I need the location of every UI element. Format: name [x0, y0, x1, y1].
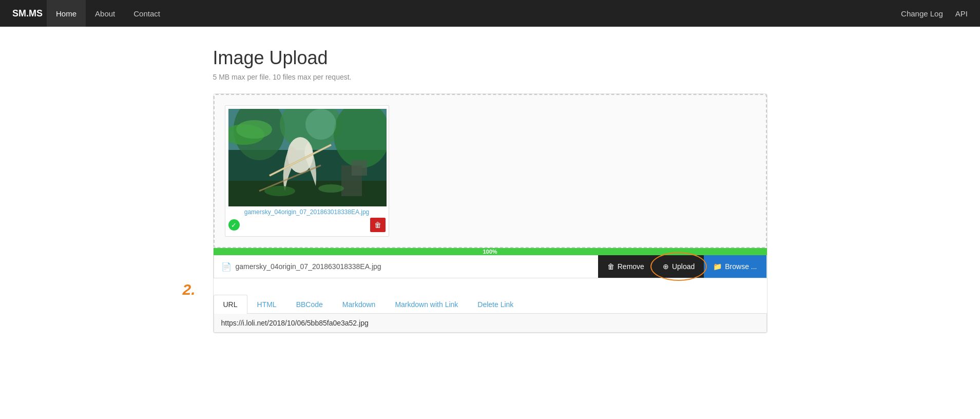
toolbar: 📄 gamersky_04origin_07_201863018338EA.jp…: [214, 255, 767, 278]
svg-rect-5: [228, 181, 387, 206]
brand-logo[interactable]: SM.MS: [12, 8, 43, 19]
svg-point-14: [305, 109, 336, 140]
toolbar-filename: 📄 gamersky_04origin_07_201863018338EA.jp…: [214, 257, 598, 277]
tab-url[interactable]: URL: [214, 295, 247, 314]
tabs-container: URL HTML BBCode Markdown Markdown with L…: [214, 295, 767, 314]
annotation-number-2: 2.: [183, 281, 196, 298]
image-card-footer: ✓ 🗑: [228, 217, 386, 233]
navbar-right: Change Log API: [901, 9, 968, 18]
image-filename: gamersky_04origin_07_201863018338EA.jpg: [228, 206, 386, 217]
nav-about[interactable]: About: [86, 0, 124, 27]
upload-section: gamersky_04origin_07_201863018338EA.jpg …: [213, 93, 767, 333]
delete-image-button[interactable]: 🗑: [370, 218, 386, 232]
svg-rect-7: [352, 160, 367, 176]
tab-markdown[interactable]: Markdown: [333, 295, 386, 314]
page-subtitle: 5 MB max per file. 10 files max per requ…: [213, 73, 767, 81]
remove-label: Remove: [618, 262, 644, 271]
api-link[interactable]: API: [955, 9, 968, 18]
page-title: Image Upload: [213, 47, 767, 69]
nav-links: Home About Contact: [47, 0, 901, 27]
file-icon: 📄: [221, 262, 232, 272]
tabs-section: 2. URL HTML BBCode Markdown Markdown wit…: [214, 278, 767, 333]
tab-delete-link[interactable]: Delete Link: [468, 295, 523, 314]
svg-point-13: [236, 120, 272, 139]
upload-circle-icon: ⊕: [663, 262, 669, 271]
main-content: Image Upload 5 MB max per file. 10 files…: [182, 27, 798, 354]
url-input[interactable]: [214, 314, 767, 333]
navbar: SM.MS Home About Contact Change Log API: [0, 0, 980, 27]
svg-point-15: [264, 186, 295, 196]
changelog-link[interactable]: Change Log: [901, 9, 943, 18]
remove-trash-icon: 🗑: [607, 262, 614, 271]
svg-point-16: [318, 184, 344, 193]
remove-button[interactable]: 🗑 Remove: [598, 255, 654, 278]
tab-bbcode[interactable]: BBCode: [286, 295, 333, 314]
trash-icon: 🗑: [374, 221, 381, 229]
upload-label: Upload: [672, 262, 695, 271]
image-preview: [228, 109, 387, 206]
success-check-icon: ✓: [228, 219, 240, 231]
nav-contact[interactable]: Contact: [124, 0, 169, 27]
url-input-container: [214, 314, 767, 333]
browse-label: Browse ...: [725, 262, 757, 271]
progress-label: 100%: [483, 249, 497, 255]
upload-button[interactable]: ⊕ Upload: [654, 255, 704, 278]
browse-button[interactable]: 📁 Browse ...: [704, 255, 766, 278]
upload-dropzone[interactable]: gamersky_04origin_07_201863018338EA.jpg …: [214, 94, 767, 248]
image-card: gamersky_04origin_07_201863018338EA.jpg …: [225, 105, 389, 237]
selected-filename: gamersky_04origin_07_201863018338EA.jpg: [236, 262, 381, 271]
tab-html[interactable]: HTML: [247, 295, 286, 314]
tab-markdown-link[interactable]: Markdown with Link: [385, 295, 468, 314]
browse-folder-icon: 📁: [713, 262, 722, 271]
nav-home[interactable]: Home: [47, 0, 86, 27]
